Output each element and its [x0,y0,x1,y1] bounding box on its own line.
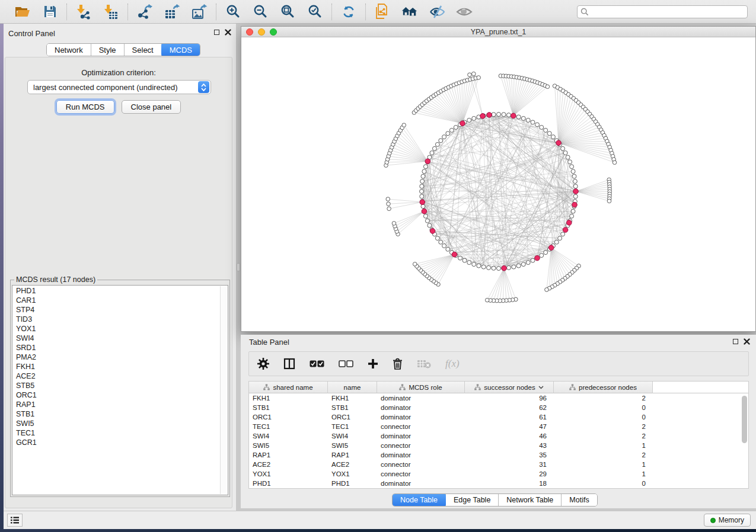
network-node[interactable] [554,240,559,244]
list-scrollbar[interactable] [220,286,227,494]
tab-node-table[interactable]: Node Table [392,493,446,507]
network-node[interactable] [521,116,525,120]
network-node[interactable] [442,243,446,248]
float-panel-icon[interactable] [214,30,219,35]
network-leaf-node[interactable] [485,298,489,302]
mcds-result-item[interactable]: SWI4 [16,334,228,343]
network-node[interactable] [566,155,570,159]
zoom-selected-icon[interactable] [307,4,323,20]
close-panel-icon[interactable] [225,29,231,36]
network-node[interactable] [573,180,577,184]
network-node[interactable] [423,214,428,218]
network-node[interactable] [458,256,462,260]
network-mcds-node[interactable] [556,140,562,146]
network-node[interactable] [421,204,425,209]
network-node[interactable] [423,165,428,169]
tab-style[interactable]: Style [91,44,125,56]
network-node[interactable] [472,116,476,120]
network-mcds-node[interactable] [535,255,540,261]
tab-motifs[interactable]: Motifs [562,494,596,506]
select-all-icon[interactable] [310,360,324,367]
network-node[interactable] [435,236,439,241]
network-node[interactable] [420,180,425,184]
network-node[interactable] [544,251,548,255]
import-network-icon[interactable] [75,4,92,20]
column-header-MCDS-role[interactable]: MCDS role [377,382,465,393]
export-network-icon[interactable] [136,4,153,20]
mcds-result-item[interactable]: FKH1 [16,362,228,371]
table-row[interactable]: ORC1ORC1dominator610 [249,412,748,422]
export-image-icon[interactable] [191,4,208,20]
tab-network[interactable]: Network [47,44,91,56]
table-row[interactable]: TEC1TEC1connector472 [249,422,748,431]
network-node[interactable] [435,142,439,146]
table-scrollbar-thumb[interactable] [742,396,747,443]
network-leaf-node[interactable] [607,199,611,203]
mcds-result-item[interactable]: CAR1 [16,296,228,305]
memory-button[interactable]: Memory [704,514,751,527]
delete-icon[interactable] [393,358,403,370]
network-node[interactable] [570,165,574,169]
task-history-button[interactable] [7,514,23,527]
mcds-result-item[interactable]: TEC1 [16,428,228,438]
network-node[interactable] [563,151,567,155]
network-mcds-node[interactable] [563,227,568,233]
network-node[interactable] [506,265,511,270]
network-node[interactable] [492,113,496,117]
network-node[interactable] [472,262,476,267]
network-mcds-node[interactable] [452,252,457,257]
network-window-titlebar[interactable]: YPA_prune.txt_1 [241,27,755,37]
network-node[interactable] [571,209,575,213]
table-row[interactable]: SWI4SWI4dominator462 [249,431,748,441]
network-node[interactable] [540,254,544,258]
network-mcds-node[interactable] [487,113,492,118]
table-row[interactable]: SWI5SWI5connector431 [249,441,748,450]
network-node[interactable] [467,261,471,265]
settings-gear-icon[interactable] [257,358,269,370]
refresh-icon[interactable] [340,4,357,20]
home-networks-icon[interactable] [401,4,418,20]
mcds-result-item[interactable]: PMA2 [16,352,228,362]
add-icon[interactable] [368,358,378,369]
zoom-fit-icon[interactable] [279,4,296,20]
zoom-out-icon[interactable] [252,4,269,20]
import-table-icon[interactable] [103,4,119,20]
tab-select[interactable]: Select [125,44,162,56]
network-node[interactable] [420,184,424,188]
network-node[interactable] [420,194,424,198]
network-leaf-node[interactable] [613,161,617,165]
network-node[interactable] [428,223,432,227]
network-node[interactable] [492,266,496,270]
network-node[interactable] [467,118,471,122]
close-panel-button[interactable]: Close panel [122,100,181,114]
network-mcds-node[interactable] [480,114,486,119]
mcds-result-list[interactable]: PHD1CAR1STP4TID3YOX1SWI4SRD1PMA2FKH1ACE2… [12,285,228,495]
network-node[interactable] [477,264,481,268]
network-mcds-node[interactable] [430,229,435,234]
network-leaf-node[interactable] [546,85,550,89]
network-leaf-node[interactable] [387,207,391,211]
network-mcds-node[interactable] [425,159,430,164]
column-header-successor-nodes[interactable]: successor nodes [465,382,554,393]
mcds-result-item[interactable]: PHD1 [16,286,228,296]
network-node[interactable] [547,132,551,136]
float-table-panel-icon[interactable] [733,339,738,344]
mcds-result-item[interactable]: RAP1 [16,400,228,409]
network-node[interactable] [531,120,535,124]
network-node[interactable] [561,146,565,150]
network-mcds-node[interactable] [573,189,579,194]
network-mcds-node[interactable] [572,202,578,207]
table-row[interactable]: PHD1PHD1dominator180 [249,479,748,488]
network-node[interactable] [571,169,575,174]
tab-network-table[interactable]: Network Table [499,494,562,506]
mcds-result-item[interactable]: GCR1 [16,438,228,447]
table-row[interactable]: ACE2ACE2connector311 [249,460,748,469]
network-node[interactable] [430,151,434,155]
network-node[interactable] [551,135,555,139]
deselect-all-icon[interactable] [339,360,353,367]
show-columns-icon[interactable] [283,358,295,370]
network-node[interactable] [421,174,425,178]
network-node[interactable] [497,113,501,117]
network-node[interactable] [432,146,436,150]
network-leaf-node[interactable] [545,288,549,292]
